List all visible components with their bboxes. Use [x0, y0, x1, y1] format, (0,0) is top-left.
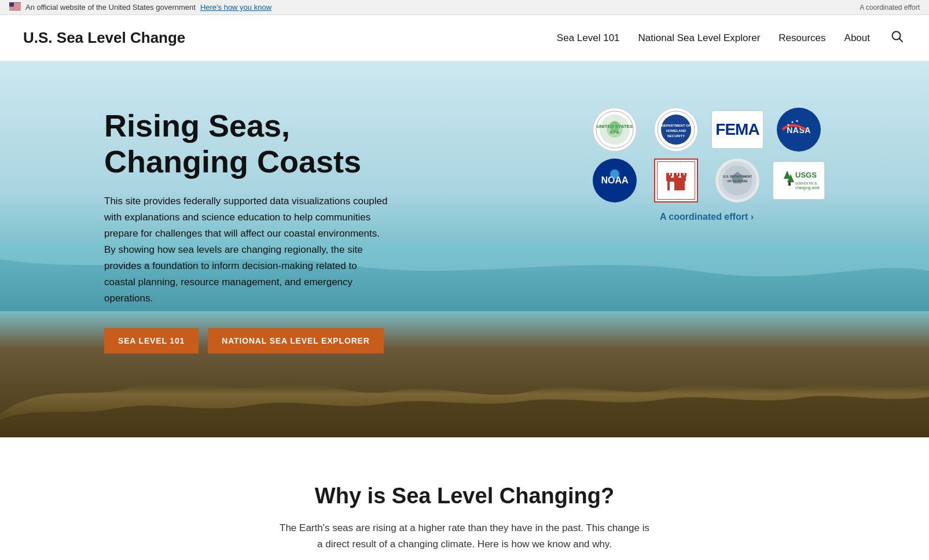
- svg-rect-6: [9, 9, 21, 10]
- fema-logo: FEMA: [711, 110, 763, 149]
- coordinated-effort-link[interactable]: A coordinated effort ›: [660, 212, 754, 222]
- nav-explorer[interactable]: National Sea Level Explorer: [638, 32, 761, 44]
- why-description: The Earth's seas are rising at a higher …: [280, 520, 650, 552]
- dhs-logo: DEPARTMENT OF HOMELAND SECURITY: [654, 108, 698, 152]
- hero-content: Rising Seas, Changing Coasts This site p…: [0, 61, 405, 353]
- svg-text:SECURITY: SECURITY: [667, 134, 685, 138]
- national-sea-level-explorer-button[interactable]: NATIONAL SEA LEVEL EXPLORER: [208, 328, 384, 353]
- svg-point-26: [796, 120, 798, 122]
- svg-rect-37: [670, 173, 672, 176]
- svg-text:DEPARTMENT OF: DEPARTMENT OF: [661, 124, 691, 127]
- usgs-logo: USGS science for a changing world: [773, 161, 825, 200]
- coordinated-effort-banner: A coordinated effort: [860, 3, 920, 12]
- site-header: U.S. Sea Level Change Sea Level 101 Nati…: [0, 15, 929, 61]
- svg-rect-49: [788, 182, 791, 186]
- nav-sea-level-101[interactable]: Sea Level 101: [557, 32, 620, 44]
- sea-level-101-button[interactable]: SEA LEVEL 101: [104, 328, 199, 353]
- svg-point-25: [792, 121, 794, 123]
- gov-banner-left: An official website of the United States…: [9, 2, 271, 12]
- gov-banner: An official website of the United States…: [0, 0, 929, 15]
- svg-rect-38: [674, 173, 677, 176]
- nav-about[interactable]: About: [844, 32, 870, 44]
- hero-title: Rising Seas, Changing Coasts: [104, 108, 405, 179]
- army-corps-logo: [654, 159, 698, 202]
- nasa-logo: NASA: [777, 108, 821, 152]
- why-title: Why is Sea Level Changing?: [23, 484, 906, 509]
- svg-line-9: [899, 39, 902, 42]
- us-flag-icon: [9, 2, 21, 12]
- epa-logo: UNITED STATES EPA: [593, 108, 637, 152]
- svg-point-16: [610, 121, 619, 132]
- svg-rect-40: [681, 173, 684, 176]
- svg-text:USGS: USGS: [795, 171, 817, 179]
- dod-logo: U.S. DEPARTMENT OF DEFENSE: [715, 159, 759, 202]
- svg-rect-39: [678, 173, 680, 176]
- how-you-know-link[interactable]: Here's how you know: [200, 3, 271, 12]
- logos-panel: UNITED STATES EPA DEPARTMENT OF HOMELAND…: [589, 108, 825, 222]
- svg-rect-7: [9, 2, 14, 7]
- svg-text:HOMELAND: HOMELAND: [666, 129, 686, 132]
- noaa-logo: NOAA: [593, 159, 637, 202]
- svg-rect-35: [670, 182, 674, 190]
- svg-point-29: [610, 170, 619, 179]
- svg-point-24: [788, 124, 790, 126]
- official-text: An official website of the United States…: [25, 3, 196, 12]
- svg-rect-4: [9, 7, 21, 8]
- svg-text:changing world: changing world: [795, 186, 820, 190]
- svg-rect-36: [666, 173, 669, 176]
- hero-description: This site provides federally supported d…: [104, 193, 388, 307]
- site-title[interactable]: U.S. Sea Level Change: [23, 29, 185, 47]
- svg-rect-5: [9, 8, 21, 9]
- nav-resources[interactable]: Resources: [779, 32, 825, 44]
- search-button[interactable]: [888, 28, 906, 48]
- svg-text:science for a: science for a: [795, 181, 817, 185]
- hero-section: Rising Seas, Changing Coasts This site p…: [0, 61, 929, 437]
- main-nav: Sea Level 101 National Sea Level Explore…: [557, 28, 906, 48]
- why-section: Why is Sea Level Changing? The Earth's s…: [0, 437, 929, 560]
- hero-buttons: SEA LEVEL 101 NATIONAL SEA LEVEL EXPLORE…: [104, 328, 405, 353]
- svg-rect-41: [685, 173, 686, 176]
